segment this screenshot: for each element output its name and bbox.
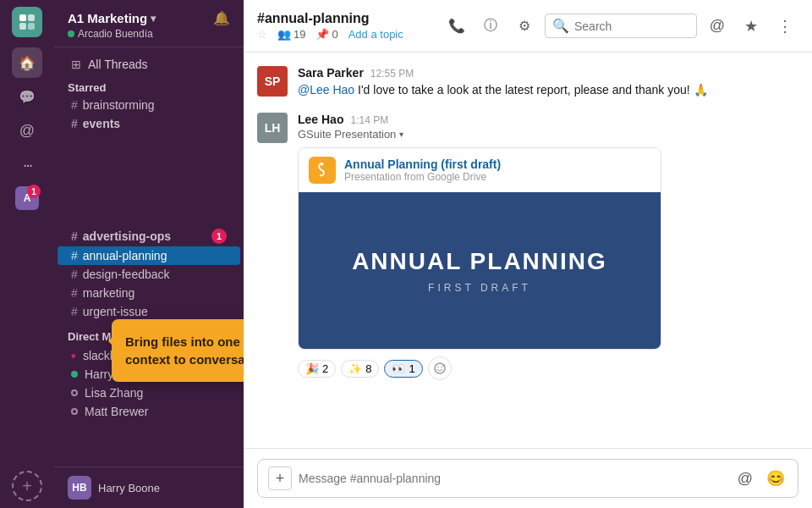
icon-bar: 🏠 💬 @ ··· A 1 + (0, 0, 54, 508)
search-box[interactable]: 🔍 (545, 14, 697, 38)
star-button[interactable]: ★ (738, 13, 765, 40)
attach-button[interactable]: + (268, 467, 292, 490)
hash-icon: # (71, 305, 78, 318)
reactions: 🎉 2 ✨ 8 👀 1 (298, 356, 798, 384)
msg-content-sara: Sara Parker 12:55 PM @Lee Hao I'd love t… (298, 66, 798, 99)
svg-point-7 (441, 367, 442, 368)
msg-text-sara: @Lee Hao I'd love to take a look at the … (298, 81, 798, 99)
at-button[interactable]: @ (704, 13, 731, 40)
workspace-chevron-icon: ▾ (151, 13, 156, 25)
status-dot-icon (68, 30, 74, 37)
chevron-down-icon: ▾ (399, 130, 403, 139)
sidebar-item-marketing[interactable]: # marketing (58, 284, 240, 302)
msg-header-lee: Lee Hao 1:14 PM (298, 113, 798, 126)
msg-mention[interactable]: @Lee Hao (298, 83, 354, 97)
at-input-button[interactable]: @ (733, 467, 757, 490)
offline-dot-icon (71, 408, 78, 415)
hash-icon: # (71, 229, 78, 243)
add-topic-link[interactable]: Add a topic (348, 28, 403, 41)
svg-point-5 (435, 363, 445, 373)
more-button[interactable]: ⋮ (771, 13, 798, 40)
svg-rect-3 (28, 23, 35, 30)
main-content: #annual-planning ☆ 👥 19 📌 0 Add a topic … (244, 0, 812, 508)
threads-icon: ⊞ (71, 58, 81, 71)
hash-icon: # (71, 117, 78, 130)
sidebar-item-all-threads[interactable]: ⊞ All Threads (58, 54, 240, 75)
channel-meta: ☆ 👥 19 📌 0 Add a topic (257, 28, 443, 41)
reaction-party[interactable]: 🎉 2 (298, 360, 336, 378)
svg-point-6 (437, 367, 439, 368)
message-input-box: + @ 😊 (257, 459, 798, 498)
channel-title-section: #annual-planning ☆ 👥 19 📌 0 Add a topic (257, 11, 443, 41)
workspace-name[interactable]: A1 Marketing ▾ (68, 11, 156, 25)
reaction-sparkles[interactable]: ✨ 8 (341, 360, 379, 378)
add-reaction-button[interactable] (428, 356, 452, 380)
members-icon: 👥 (277, 28, 291, 41)
footer-username: Harry Boone (98, 482, 160, 494)
sidebar-item-events[interactable]: # events (58, 114, 240, 133)
message-input-area: + @ 😊 (244, 448, 812, 508)
user-status: Arcadio Buendía (68, 28, 230, 40)
emoji-button[interactable]: 😊 (764, 467, 787, 490)
file-name[interactable]: Annual Planning (first draft) (344, 157, 650, 171)
phone-button[interactable]: 📞 (443, 13, 470, 40)
sidebar-item-annual-planning[interactable]: # annual-planning (58, 246, 240, 265)
pin-count[interactable]: 📌 0 (315, 28, 337, 41)
app-logo[interactable] (12, 7, 42, 37)
bell-icon[interactable]: 🔔 (213, 10, 230, 26)
channel-name: #annual-planning (257, 11, 443, 26)
hash-icon: # (71, 98, 78, 112)
nav-more[interactable]: ··· (12, 149, 42, 179)
hash-icon: # (71, 249, 78, 262)
nav-home[interactable]: 🏠 (12, 47, 42, 78)
star-icon[interactable]: ☆ (257, 28, 267, 41)
sidebar-footer: HB Harry Boone (54, 467, 244, 508)
sidebar-item-brainstorming[interactable]: # brainstorming (58, 96, 240, 114)
dm-item-matt-brewer[interactable]: Matt Brewer (58, 402, 240, 421)
svg-rect-1 (28, 14, 35, 21)
hash-icon: # (71, 268, 78, 281)
channel-header: #annual-planning ☆ 👥 19 📌 0 Add a topic … (244, 0, 812, 52)
settings-button[interactable]: ⚙ (511, 13, 538, 40)
msg-author-lee: Lee Hao (298, 113, 343, 126)
sidebar-item-design-feedback[interactable]: # design-feedback (58, 265, 240, 284)
search-input[interactable] (574, 19, 689, 33)
offline-dot-icon (71, 389, 78, 396)
msg-content-lee: Lee Hao 1:14 PM GSuite Presentation ▾ (298, 113, 798, 384)
file-icon (309, 157, 336, 184)
reaction-eyes[interactable]: 👀 1 (384, 360, 422, 378)
message-sara: SP Sara Parker 12:55 PM @Lee Hao I'd lov… (257, 66, 798, 99)
sidebar-header: A1 Marketing ▾ 🔔 Arcadio Buendía (54, 0, 244, 47)
file-source: Presentation from Google Drive (344, 171, 650, 183)
message-input[interactable] (299, 472, 727, 485)
nav-mention[interactable]: @ (12, 115, 42, 146)
nav-workspace-2[interactable]: A 1 (12, 183, 42, 213)
pin-icon: 📌 (315, 28, 329, 41)
sidebar-item-urgent-issue[interactable]: # urgent-issue (58, 302, 240, 321)
online-dot-icon (71, 371, 78, 378)
sidebar-item-advertising-ops[interactable]: # advertising-ops 1 (58, 226, 240, 246)
header-actions: 📞 ⓘ ⚙ 🔍 @ ★ ⋮ (443, 13, 798, 40)
dm-item-lisa-zhang[interactable]: Lisa Zhang (58, 384, 240, 402)
tooltip-popup: Bring files into one place to add contex… (112, 319, 244, 382)
preview-title: ANNUAL PLANNING (352, 248, 607, 275)
nav-dm[interactable]: 💬 (12, 81, 42, 112)
search-icon: 🔍 (552, 18, 569, 34)
member-count[interactable]: 👥 19 (277, 28, 305, 41)
avatar-lee: LH (257, 113, 288, 143)
file-card-header: Annual Planning (first draft) Presentati… (299, 148, 661, 192)
msg-time-sara: 12:55 PM (370, 68, 414, 80)
heart-icon: ♥ (71, 351, 76, 361)
svg-point-4 (321, 163, 324, 166)
sidebar: A1 Marketing ▾ 🔔 Arcadio Buendía ⊞ All T… (54, 0, 244, 508)
file-preview[interactable]: ANNUAL PLANNING FIRST DRAFT (299, 192, 661, 349)
sidebar-body: ⊞ All Threads Starred # brainstorming # … (54, 47, 244, 467)
svg-rect-0 (19, 14, 26, 21)
file-card[interactable]: Annual Planning (first draft) Presentati… (298, 147, 661, 350)
info-button[interactable]: ⓘ (477, 13, 504, 40)
svg-rect-2 (19, 23, 26, 30)
add-workspace-btn[interactable]: + (12, 471, 42, 501)
starred-section-header: Starred (54, 75, 244, 96)
preview-sub: FIRST DRAFT (428, 282, 531, 294)
footer-avatar: HB (68, 476, 91, 500)
